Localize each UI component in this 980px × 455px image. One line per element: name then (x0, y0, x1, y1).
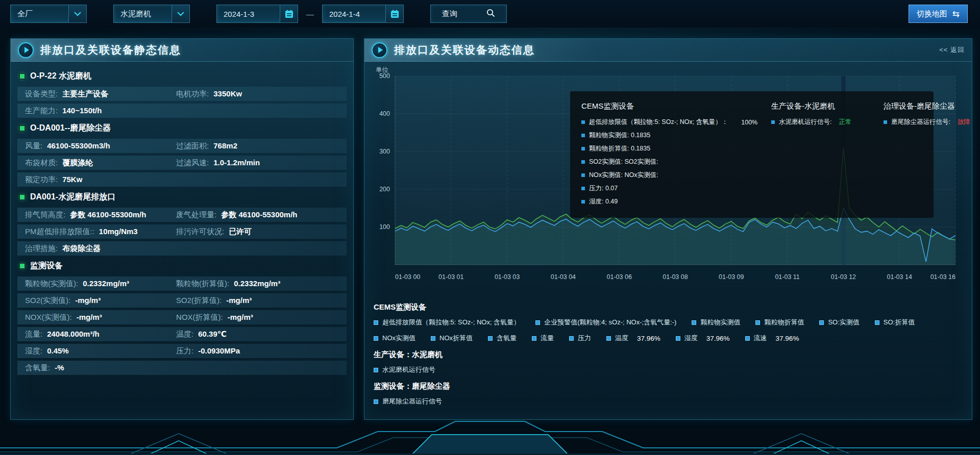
legend-item-label: 含氧量 (497, 334, 517, 343)
legend-checkbox-icon (875, 320, 879, 325)
info-row: 风量:46100-55300m3/h过滤面积:768m2 (17, 139, 347, 153)
y-axis-tick: 100 (379, 223, 390, 231)
legend-item-label: SO:折算值 (884, 318, 915, 327)
tooltip-item: NOx实测值: NOx实测值: (581, 171, 759, 180)
info-row: 含氧量:-% (17, 361, 347, 375)
field-value: 46100-55300m3/h (47, 139, 110, 153)
info-cell: 生产能力:140~150t/h (25, 104, 176, 118)
field-value: 60.39℃ (198, 327, 227, 341)
date-to-value: 2024-1-4 (323, 10, 385, 18)
static-panel-title: 排放口及关联设备静态信息 (40, 43, 181, 57)
field-label: NOX(实测值): (25, 310, 72, 324)
field-label: SO2(折算值): (176, 293, 222, 308)
section-header: 监测设备 (17, 258, 347, 274)
legend-item[interactable]: 流量 (532, 334, 554, 343)
tooltip-item: 颗粒物实测值: 0.1835 (581, 131, 759, 140)
switch-map-button[interactable]: 切换地图 ⇆ (909, 5, 968, 23)
legend-item[interactable]: 压力 (569, 334, 591, 343)
legend-checkbox-icon (819, 320, 824, 325)
legend-checkbox-icon (374, 368, 378, 372)
info-cell: 过滤风速:1.0-1.2m/min (176, 156, 347, 170)
field-value: 1.0-1.2m/min (213, 156, 260, 170)
legend-items: 超低排放限值（颗拉物:5: SOz-; NOx; 含氧量）企业预警值(颗粒物:4… (374, 318, 961, 343)
plant-select[interactable]: 全厂 (10, 5, 87, 23)
field-value: 参数 46100-55300m/h (70, 208, 146, 222)
date-from-input[interactable]: 2024-1-3 (216, 5, 298, 23)
blue-square-bullet-icon (581, 173, 585, 177)
field-label: 治理措施: (25, 241, 58, 256)
legend-group: CEMS监测设备超低排放限值（颗拉物:5: SOz-; NOx; 含氧量）企业预… (374, 302, 965, 343)
static-panel-body: O-P-22 水泥磨机设备类型:主要生产设备电机功率:3350Kw生产能力:14… (11, 62, 353, 375)
info-cell: 废气处理量:参数 46100-55300m/h (176, 208, 347, 222)
x-axis-tick: 01-03 01 (438, 273, 463, 281)
tooltip-item: 超低排放限值（颗拉物:5: SOz-; NOx; 含氧量）：100% (581, 118, 759, 127)
field-label: PM超低排排放限值:: (25, 224, 94, 239)
legend-item[interactable]: 颗粒物折算值 (755, 318, 804, 327)
chevron-down-icon[interactable] (172, 5, 189, 22)
legend-item[interactable]: 湿度37.96% (676, 334, 730, 343)
plant-select-value: 全厂 (11, 9, 68, 19)
chevron-down-icon[interactable] (68, 5, 86, 22)
device-select[interactable]: 水泥磨机 (113, 5, 190, 23)
legend-item[interactable]: SO:折算值 (875, 318, 915, 327)
legend-item-label: 水泥磨机运行信号 (382, 365, 435, 374)
legend-item[interactable]: 颗粒物实测值 (692, 318, 740, 327)
legend-checkbox-icon (676, 336, 680, 341)
calendar-icon[interactable] (280, 5, 298, 22)
tooltip-item-text: 压力: 0.07 (589, 184, 618, 193)
blue-square-bullet-icon (581, 160, 585, 164)
back-link[interactable]: << 返回 (939, 45, 965, 55)
legend-item[interactable]: 水泥磨机运行信号 (374, 365, 435, 374)
field-label: 设备类型: (25, 87, 58, 101)
green-square-bullet-icon (20, 74, 24, 79)
blue-square-bullet-icon (581, 200, 585, 204)
tooltip-item-text: 磨尾除尘器运行信号: (891, 118, 950, 127)
legend-item[interactable]: NOx折算值 (431, 334, 473, 343)
field-value: 10mg/Nm3 (99, 224, 138, 239)
field-value: -mg/m³ (226, 293, 252, 308)
legend-checkbox-icon (606, 336, 611, 341)
x-axis-tick: 01-03 09 (719, 273, 744, 281)
tooltip-item-text: 湿度: 0.49 (589, 197, 618, 206)
legend-checkbox-icon (532, 336, 536, 341)
legend-item[interactable]: 企业预警值(颗粒物:4; sOz-; NOx-;含氧气量:-) (535, 318, 676, 327)
info-cell: 湿度:0.45% (25, 344, 176, 358)
info-row: 治理措施:布袋除尘器 (17, 241, 347, 256)
field-value: 140~150t/h (62, 104, 102, 118)
legend-item[interactable]: SO:实测值 (819, 318, 859, 327)
legend-item[interactable]: 含氧量 (488, 334, 517, 343)
legend-item[interactable]: 超低排放限值（颗拉物:5: SOz-; NOx; 含氧量） (374, 318, 520, 327)
tooltip-item: 压力: 0.07 (581, 184, 759, 193)
dynamic-panel-header: 排放口及关联设备动态信息 << 返回 (364, 39, 972, 62)
legend-item[interactable]: 流速37.96% (745, 334, 799, 343)
section-title: DA001-水泥磨尾排放口 (30, 192, 115, 203)
field-label: 温度: (176, 327, 193, 341)
legend-item[interactable]: 温度37.96% (606, 334, 660, 343)
section-header: DA001-水泥磨尾排放口 (17, 189, 347, 205)
status-badge: 故障 (958, 118, 970, 127)
field-label: 压力: (176, 344, 193, 358)
info-row: 额定功率:75Kw (17, 172, 347, 187)
legend-item[interactable]: NOx实测值 (374, 334, 415, 343)
chart-legend: CEMS监测设备超低排放限值（颗拉物:5: SOz-; NOx; 含氧量）企业预… (364, 302, 972, 406)
query-button[interactable]: 查询 (430, 5, 507, 23)
info-cell: 颗粒物(实测值):0.2332mg/m³ (25, 276, 176, 291)
tooltip-item-text: 超低排放限值（颗拉物:5: SOz-; NOx; 含氧量）： (589, 118, 728, 127)
tooltip-item: 水泥磨机运行信号:正常 (771, 118, 871, 127)
info-cell: SO2(折算值):-mg/m³ (176, 293, 347, 308)
field-label: NOX(折算值): (176, 310, 223, 324)
blue-square-bullet-icon (581, 120, 585, 124)
field-value: 24048.000m³/h (47, 327, 100, 341)
legend-item-label: SO:实测值 (828, 318, 859, 327)
info-row: 湿度:0.45%压力:-0.0930MPa (17, 344, 347, 358)
static-info-panel: 排放口及关联设备静态信息 O-P-22 水泥磨机设备类型:主要生产设备电机功率:… (10, 38, 354, 420)
legend-item-label: 企业预警值(颗粒物:4; sOz-; NOx-;含氧气量:-) (544, 318, 676, 327)
legend-item[interactable]: 磨尾除尘器运行信号 (374, 397, 442, 406)
chart-tooltip: CEMS监测设备超低排放限值（颗拉物:5: SOz-; NOx; 含氧量）：10… (570, 91, 934, 218)
legend-item-label: 磨尾除尘器运行信号 (382, 397, 442, 406)
date-to-input[interactable]: 2024-1-4 (322, 5, 404, 23)
info-cell: 压力:-0.0930MPa (176, 344, 347, 358)
field-value: 布袋除尘器 (62, 241, 101, 256)
field-label: 布袋材质: (25, 156, 58, 170)
calendar-icon[interactable] (385, 5, 403, 22)
